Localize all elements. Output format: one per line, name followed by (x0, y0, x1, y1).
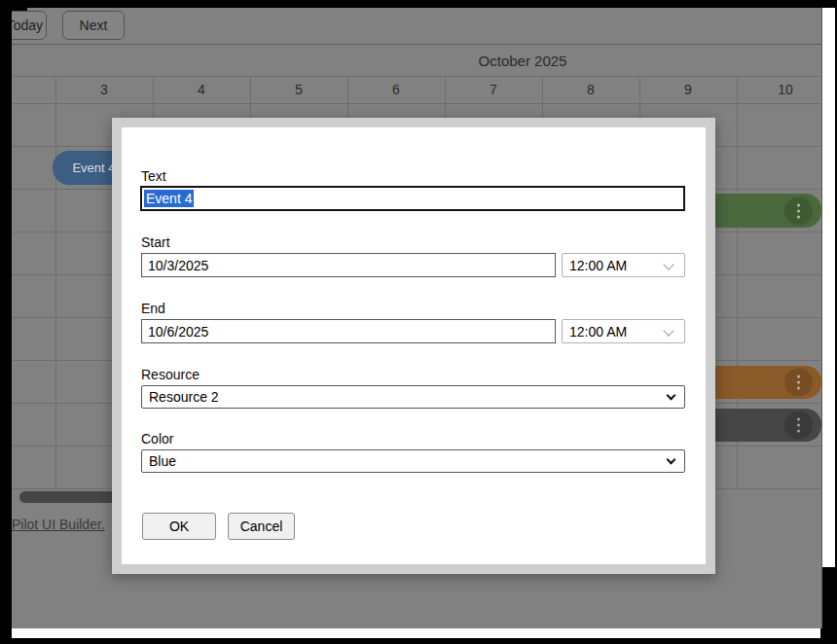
letterbox-corner (0, 0, 27, 11)
resource-field-label: Resource (141, 367, 200, 382)
ellipsis-menu-icon[interactable] (784, 411, 813, 440)
page-margin-bottom (12, 628, 820, 638)
ok-button[interactable]: OK (142, 513, 216, 540)
event-text-input[interactable]: Event 4 (140, 186, 685, 211)
selected-text: Event 4 (144, 190, 194, 207)
event-bar-green[interactable] (715, 194, 821, 228)
toolbar-divider (12, 44, 822, 45)
end-field-label: End (141, 301, 165, 316)
today-button[interactable]: Today (12, 11, 47, 40)
next-button-label: Next (80, 18, 108, 33)
day-header-cell: 10 (737, 82, 822, 97)
start-field-label: Start (141, 234, 170, 250)
chevron-down-icon (667, 391, 676, 401)
page-margin-right (822, 8, 835, 567)
chevron-down-icon (667, 455, 676, 465)
start-time-select[interactable]: 12:00 AM (562, 253, 685, 277)
chevron-down-icon (663, 259, 673, 269)
resource-select[interactable]: Resource 2 (141, 385, 685, 409)
screenshot-stage: Today Next October 2025 3 4 5 6 7 8 9 10… (0, 0, 837, 644)
today-button-label: Today (12, 18, 43, 33)
text-field-label: Text (141, 168, 166, 184)
start-date-input[interactable]: 10/3/2025 (141, 253, 556, 277)
event-bar-dark[interactable] (715, 409, 821, 442)
color-field-label: Color (141, 431, 173, 447)
builder-link[interactable]: Pilot UI Builder. (12, 517, 105, 532)
end-date-input[interactable]: 10/6/2025 (141, 319, 556, 343)
ellipsis-menu-icon[interactable] (784, 369, 813, 397)
month-header-cell: October 2025 (328, 53, 717, 69)
cancel-button[interactable]: Cancel (228, 513, 295, 540)
chevron-down-icon (663, 325, 673, 336)
end-time-select[interactable]: 12:00 AM (562, 319, 685, 343)
event-label: Event 4 (72, 161, 115, 175)
next-button[interactable]: Next (62, 11, 125, 40)
event-edit-dialog: Text Event 4 Start 10/3/2025 12:00 AM En… (112, 118, 715, 574)
event-bar-orange[interactable] (715, 366, 821, 399)
color-select[interactable]: Blue (141, 449, 685, 473)
ellipsis-menu-icon[interactable] (784, 197, 813, 225)
